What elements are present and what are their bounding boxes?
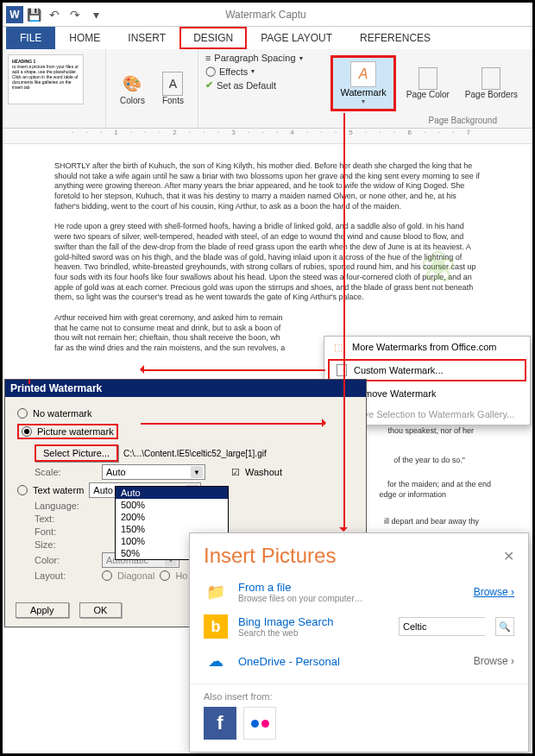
insert-pictures-title: Insert Pictures	[204, 544, 336, 568]
flickr-dot-blue	[251, 720, 259, 728]
folder-icon: 📁	[204, 580, 228, 604]
watermark-icon: A	[350, 61, 376, 87]
flickr-dot-pink	[261, 720, 269, 728]
doc-fragment: for the maiden; and at the end	[387, 480, 491, 490]
themes-gallery[interactable]: HEADING 1 to insert a picture from your …	[3, 49, 106, 128]
theme-body: to insert a picture from your files or a…	[12, 64, 79, 90]
washout-checkbox[interactable]: ☑	[231, 467, 240, 478]
bing-icon: b	[204, 614, 228, 639]
radio-icon	[17, 485, 28, 495]
also-insert-label: Also insert from:	[204, 691, 514, 702]
ribbon-tabs: FILE HOME INSERT DESIGN PAGE LAYOUT REFE…	[3, 27, 532, 49]
tab-references[interactable]: REFERENCES	[346, 27, 444, 49]
browse-link[interactable]: Browse ›	[474, 586, 514, 598]
doc-fragment: thou speakest, nor of her	[387, 426, 474, 437]
close-icon[interactable]: ✕	[503, 548, 514, 564]
para-1: SHORTLY after the birth of Kuhuch, the s…	[54, 161, 481, 211]
page-borders-icon	[482, 67, 500, 90]
radio-picture-watermark[interactable]: Picture watermark	[17, 424, 118, 439]
para-spacing-icon: ≡	[205, 53, 211, 63]
layout-label: Layout:	[35, 570, 97, 581]
group-label-page-background: Page Background	[428, 116, 497, 125]
paragraph-spacing-button[interactable]: ≡Paragraph Spacing▾	[205, 53, 303, 63]
insert-bing-row[interactable]: b Bing Image Search Search the web 🔍	[190, 609, 528, 644]
browse-link-onedrive[interactable]: Browse ›	[474, 655, 514, 667]
page-borders-button[interactable]: Page Borders	[460, 66, 523, 101]
qat-redo-button[interactable]: ↷	[66, 5, 85, 24]
page-color-button[interactable]: Page Color	[401, 66, 455, 101]
scale-label: Scale:	[35, 467, 97, 477]
text-label: Text:	[35, 513, 97, 524]
effects-icon: ◯	[205, 66, 216, 77]
tab-file[interactable]: FILE	[6, 27, 55, 49]
titlebar: W 💾 ↶ ↷ ▾ Watermark Captu	[3, 3, 532, 27]
document-formatting-stack: ≡Paragraph Spacing▾ ◯Effects▾ ✔Set as De…	[198, 49, 310, 128]
insert-pictures-panel: Insert Pictures ✕ 📁 From a file Browse f…	[189, 532, 529, 753]
flickr-button[interactable]	[243, 707, 276, 740]
fonts-button[interactable]: A Fonts	[157, 70, 189, 107]
doc-fragment: ill depart and bear away thy	[384, 517, 479, 527]
app-title: Watermark Captu	[106, 9, 529, 21]
color-label: Color:	[35, 555, 97, 565]
check-icon: ✔	[205, 79, 213, 91]
tab-page-layout[interactable]: PAGE LAYOUT	[247, 27, 346, 49]
radio-horizontal[interactable]	[160, 570, 170, 581]
theme-thumb[interactable]: HEADING 1 to insert a picture from your …	[8, 54, 84, 104]
scale-option[interactable]: 500%	[116, 499, 228, 511]
scale-combo[interactable]: Auto ▼	[102, 464, 205, 480]
watermark-preview-graphic: ❀	[420, 239, 472, 291]
insert-from-file-row[interactable]: 📁 From a file Browse files on your compu…	[190, 575, 528, 609]
doc-fragment: edge or information	[379, 490, 446, 501]
apply-button[interactable]: Apply	[16, 602, 69, 618]
search-icon: 🔍	[499, 621, 511, 633]
qat-customize-button[interactable]: ▾	[86, 5, 105, 24]
scale-option[interactable]: 200%	[116, 511, 228, 523]
radio-no-watermark[interactable]: No watermark	[17, 408, 354, 419]
watermark-button[interactable]: A Watermark ▾	[330, 55, 395, 111]
select-picture-button[interactable]: Select Picture...	[35, 444, 118, 462]
set-default-button[interactable]: ✔Set as Default	[205, 79, 303, 91]
radio-diagonal[interactable]	[102, 570, 112, 581]
insert-onedrive-row[interactable]: ☁ OneDrive - Personal Browse ›	[190, 644, 528, 678]
font-label: Font:	[35, 526, 97, 537]
size-label: Size:	[35, 539, 97, 550]
language-label: Language:	[35, 501, 97, 511]
ok-button[interactable]: OK	[79, 602, 123, 618]
doc-fragment: of the year to do so."	[393, 456, 465, 466]
menu-more-watermarks[interactable]: ⬚ More Watermarks from Office.com	[324, 337, 530, 357]
effects-button[interactable]: ◯Effects▾	[205, 66, 303, 77]
word-app-icon: W	[6, 6, 23, 23]
ribbon: HEADING 1 to insert a picture from your …	[3, 49, 532, 129]
chevron-down-icon: ▼	[191, 466, 203, 478]
qat-undo-button[interactable]: ↶	[45, 5, 64, 24]
horizontal-ruler[interactable]: · · · 1 · · · 2 · · · 3 · · · 4 · · · 5 …	[3, 129, 532, 144]
para-2: He rode upon a grey steed with shell-for…	[54, 222, 481, 303]
tab-insert[interactable]: INSERT	[114, 27, 179, 49]
radio-icon	[17, 408, 28, 419]
facebook-button[interactable]: f	[204, 707, 236, 740]
bing-search-input[interactable]	[399, 617, 485, 636]
tab-design[interactable]: DESIGN	[179, 27, 247, 49]
tab-home[interactable]: HOME	[55, 27, 114, 49]
page-icon	[337, 364, 347, 376]
scale-option[interactable]: Auto	[116, 487, 228, 499]
colors-button[interactable]: 🎨 Colors	[115, 70, 150, 107]
picture-path: C:\...\Content.IE5\celtic52_large[1].gif	[123, 449, 267, 458]
colors-icon: 🎨	[120, 72, 144, 96]
page-color-icon	[419, 67, 437, 90]
radio-icon	[22, 426, 32, 437]
dialog-title: Printed Watermark	[5, 380, 366, 397]
qat-save-button[interactable]: 💾	[24, 5, 43, 24]
search-button[interactable]: 🔍	[495, 617, 514, 636]
fonts-icon: A	[162, 72, 183, 96]
onedrive-icon: ☁	[204, 649, 228, 673]
